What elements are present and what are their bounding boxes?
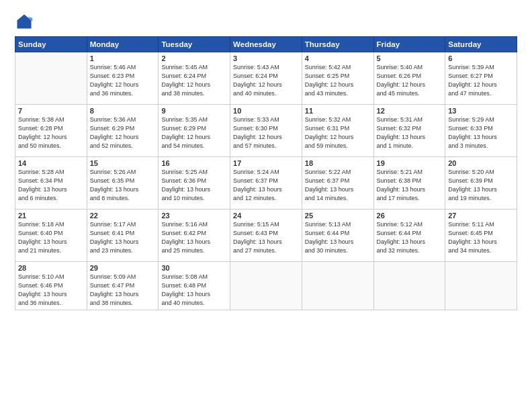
day-info: Sunrise: 5:40 AM Sunset: 6:26 PM Dayligh… [377,63,443,98]
day-info: Sunrise: 5:28 AM Sunset: 6:34 PM Dayligh… [18,168,84,203]
day-number: 13 [448,107,514,115]
day-info: Sunrise: 5:08 AM Sunset: 6:48 PM Dayligh… [161,273,227,308]
day-number: 27 [448,212,514,220]
day-info: Sunrise: 5:21 AM Sunset: 6:38 PM Dayligh… [377,168,443,203]
day-number: 5 [377,54,443,62]
day-cell: 9Sunrise: 5:35 AM Sunset: 6:29 PM Daylig… [159,105,230,157]
day-number: 26 [377,212,443,220]
header-row: SundayMondayTuesdayWednesdayThursdayFrid… [15,37,517,52]
day-cell: 30Sunrise: 5:08 AM Sunset: 6:48 PM Dayli… [159,262,230,310]
day-info: Sunrise: 5:38 AM Sunset: 6:28 PM Dayligh… [18,116,84,150]
calendar-table: SundayMondayTuesdayWednesdayThursdayFrid… [15,36,517,310]
day-info: Sunrise: 5:26 AM Sunset: 6:35 PM Dayligh… [90,168,156,203]
day-header-wednesday: Wednesday [230,37,302,52]
day-number: 6 [448,54,514,62]
day-number: 9 [161,107,227,115]
day-cell: 6Sunrise: 5:39 AM Sunset: 6:27 PM Daylig… [445,52,517,105]
header [15,12,517,31]
day-cell: 22Sunrise: 5:17 AM Sunset: 6:41 PM Dayli… [87,210,159,262]
day-cell: 10Sunrise: 5:33 AM Sunset: 6:30 PM Dayli… [230,105,302,157]
day-info: Sunrise: 5:17 AM Sunset: 6:41 PM Dayligh… [90,220,156,255]
day-header-thursday: Thursday [302,37,373,52]
day-number: 7 [18,107,84,115]
day-info: Sunrise: 5:13 AM Sunset: 6:44 PM Dayligh… [305,220,371,255]
logo-icon [15,12,34,31]
day-cell: 16Sunrise: 5:25 AM Sunset: 6:36 PM Dayli… [159,157,230,210]
day-cell: 24Sunrise: 5:15 AM Sunset: 6:43 PM Dayli… [230,210,302,262]
day-cell: 26Sunrise: 5:12 AM Sunset: 6:44 PM Dayli… [373,210,445,262]
day-cell [15,52,87,105]
day-number: 11 [305,107,371,115]
day-number: 18 [305,159,371,167]
day-cell: 5Sunrise: 5:40 AM Sunset: 6:26 PM Daylig… [373,52,445,105]
day-number: 20 [448,159,514,167]
day-number: 14 [18,159,84,167]
day-info: Sunrise: 5:10 AM Sunset: 6:46 PM Dayligh… [18,273,84,308]
day-cell: 13Sunrise: 5:29 AM Sunset: 6:33 PM Dayli… [445,105,517,157]
day-cell: 20Sunrise: 5:20 AM Sunset: 6:39 PM Dayli… [445,157,517,210]
day-info: Sunrise: 5:35 AM Sunset: 6:29 PM Dayligh… [161,116,227,150]
day-info: Sunrise: 5:20 AM Sunset: 6:39 PM Dayligh… [448,168,514,203]
day-info: Sunrise: 5:29 AM Sunset: 6:33 PM Dayligh… [448,116,514,150]
day-number: 12 [377,107,443,115]
day-cell: 8Sunrise: 5:36 AM Sunset: 6:29 PM Daylig… [87,105,159,157]
day-info: Sunrise: 5:25 AM Sunset: 6:36 PM Dayligh… [161,168,227,203]
day-number: 30 [161,264,227,272]
day-header-friday: Friday [373,37,445,52]
day-cell: 11Sunrise: 5:32 AM Sunset: 6:31 PM Dayli… [302,105,373,157]
day-cell: 27Sunrise: 5:11 AM Sunset: 6:45 PM Dayli… [445,210,517,262]
day-info: Sunrise: 5:16 AM Sunset: 6:42 PM Dayligh… [161,220,227,255]
day-number: 17 [233,159,299,167]
day-info: Sunrise: 5:31 AM Sunset: 6:32 PM Dayligh… [377,116,443,150]
day-info: Sunrise: 5:24 AM Sunset: 6:37 PM Dayligh… [233,168,299,203]
day-cell: 18Sunrise: 5:22 AM Sunset: 6:37 PM Dayli… [302,157,373,210]
day-cell [373,262,445,310]
day-cell: 2Sunrise: 5:45 AM Sunset: 6:24 PM Daylig… [159,52,230,105]
day-cell: 28Sunrise: 5:10 AM Sunset: 6:46 PM Dayli… [15,262,87,310]
day-header-monday: Monday [87,37,159,52]
day-info: Sunrise: 5:33 AM Sunset: 6:30 PM Dayligh… [233,116,299,150]
day-cell: 14Sunrise: 5:28 AM Sunset: 6:34 PM Dayli… [15,157,87,210]
day-cell: 21Sunrise: 5:18 AM Sunset: 6:40 PM Dayli… [15,210,87,262]
day-cell [230,262,302,310]
day-header-saturday: Saturday [445,37,517,52]
day-header-tuesday: Tuesday [159,37,230,52]
day-number: 24 [233,212,299,220]
day-cell [445,262,517,310]
day-info: Sunrise: 5:39 AM Sunset: 6:27 PM Dayligh… [448,63,514,98]
day-info: Sunrise: 5:43 AM Sunset: 6:24 PM Dayligh… [233,63,299,98]
day-cell: 1Sunrise: 5:46 AM Sunset: 6:23 PM Daylig… [87,52,159,105]
day-number: 16 [161,159,227,167]
day-info: Sunrise: 5:45 AM Sunset: 6:24 PM Dayligh… [161,63,227,98]
day-number: 22 [90,212,156,220]
day-number: 1 [90,54,156,62]
day-number: 10 [233,107,299,115]
day-number: 19 [377,159,443,167]
day-number: 4 [305,54,371,62]
day-number: 23 [161,212,227,220]
calendar-page: SundayMondayTuesdayWednesdayThursdayFrid… [0,0,532,411]
day-info: Sunrise: 5:12 AM Sunset: 6:44 PM Dayligh… [377,220,443,255]
day-header-sunday: Sunday [15,37,87,52]
day-cell: 15Sunrise: 5:26 AM Sunset: 6:35 PM Dayli… [87,157,159,210]
day-number: 25 [305,212,371,220]
day-number: 21 [18,212,84,220]
day-number: 28 [18,264,84,272]
day-info: Sunrise: 5:42 AM Sunset: 6:25 PM Dayligh… [305,63,371,98]
day-cell: 29Sunrise: 5:09 AM Sunset: 6:47 PM Dayli… [87,262,159,310]
day-cell: 25Sunrise: 5:13 AM Sunset: 6:44 PM Dayli… [302,210,373,262]
day-number: 3 [233,54,299,62]
day-info: Sunrise: 5:46 AM Sunset: 6:23 PM Dayligh… [90,63,156,98]
day-cell: 17Sunrise: 5:24 AM Sunset: 6:37 PM Dayli… [230,157,302,210]
week-row-0: 1Sunrise: 5:46 AM Sunset: 6:23 PM Daylig… [15,52,517,105]
logo [15,12,36,31]
day-cell: 3Sunrise: 5:43 AM Sunset: 6:24 PM Daylig… [230,52,302,105]
day-cell [302,262,373,310]
day-number: 8 [90,107,156,115]
day-info: Sunrise: 5:32 AM Sunset: 6:31 PM Dayligh… [305,116,371,150]
week-row-2: 14Sunrise: 5:28 AM Sunset: 6:34 PM Dayli… [15,157,517,210]
day-info: Sunrise: 5:18 AM Sunset: 6:40 PM Dayligh… [18,220,84,255]
day-number: 15 [90,159,156,167]
day-cell: 19Sunrise: 5:21 AM Sunset: 6:38 PM Dayli… [373,157,445,210]
svg-marker-0 [17,15,32,29]
